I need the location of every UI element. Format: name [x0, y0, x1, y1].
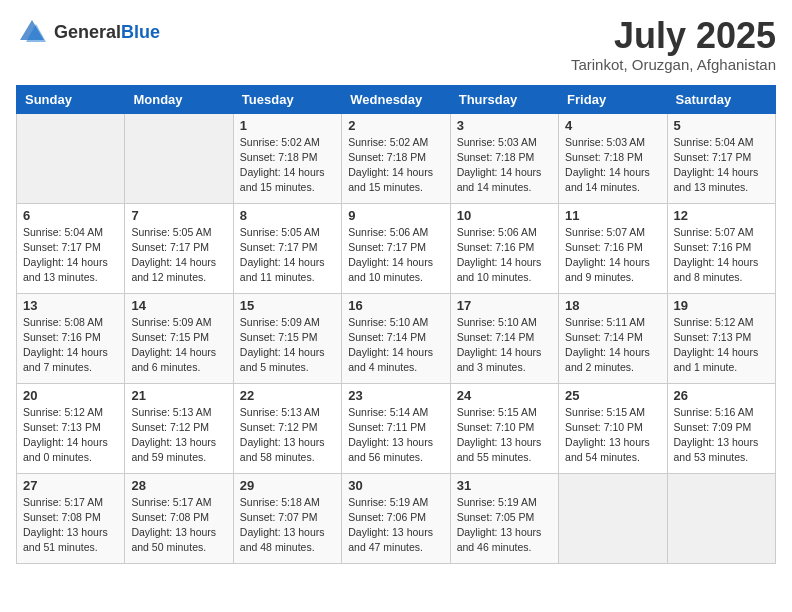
day-number: 26	[674, 388, 769, 403]
day-info: Sunrise: 5:16 AM Sunset: 7:09 PM Dayligh…	[674, 405, 769, 466]
day-info: Sunrise: 5:03 AM Sunset: 7:18 PM Dayligh…	[565, 135, 660, 196]
calendar-cell: 20Sunrise: 5:12 AM Sunset: 7:13 PM Dayli…	[17, 383, 125, 473]
day-info: Sunrise: 5:05 AM Sunset: 7:17 PM Dayligh…	[240, 225, 335, 286]
day-info: Sunrise: 5:04 AM Sunset: 7:17 PM Dayligh…	[674, 135, 769, 196]
logo-general: General	[54, 22, 121, 42]
day-info: Sunrise: 5:15 AM Sunset: 7:10 PM Dayligh…	[457, 405, 552, 466]
day-info: Sunrise: 5:02 AM Sunset: 7:18 PM Dayligh…	[240, 135, 335, 196]
day-info: Sunrise: 5:13 AM Sunset: 7:12 PM Dayligh…	[240, 405, 335, 466]
day-info: Sunrise: 5:02 AM Sunset: 7:18 PM Dayligh…	[348, 135, 443, 196]
calendar-cell: 22Sunrise: 5:13 AM Sunset: 7:12 PM Dayli…	[233, 383, 341, 473]
calendar-cell: 31Sunrise: 5:19 AM Sunset: 7:05 PM Dayli…	[450, 473, 558, 563]
day-info: Sunrise: 5:06 AM Sunset: 7:16 PM Dayligh…	[457, 225, 552, 286]
day-info: Sunrise: 5:07 AM Sunset: 7:16 PM Dayligh…	[565, 225, 660, 286]
day-info: Sunrise: 5:09 AM Sunset: 7:15 PM Dayligh…	[240, 315, 335, 376]
day-info: Sunrise: 5:07 AM Sunset: 7:16 PM Dayligh…	[674, 225, 769, 286]
calendar-cell: 28Sunrise: 5:17 AM Sunset: 7:08 PM Dayli…	[125, 473, 233, 563]
calendar-week-5: 27Sunrise: 5:17 AM Sunset: 7:08 PM Dayli…	[17, 473, 776, 563]
day-info: Sunrise: 5:08 AM Sunset: 7:16 PM Dayligh…	[23, 315, 118, 376]
day-info: Sunrise: 5:11 AM Sunset: 7:14 PM Dayligh…	[565, 315, 660, 376]
calendar-cell: 13Sunrise: 5:08 AM Sunset: 7:16 PM Dayli…	[17, 293, 125, 383]
day-number: 21	[131, 388, 226, 403]
day-info: Sunrise: 5:10 AM Sunset: 7:14 PM Dayligh…	[457, 315, 552, 376]
day-number: 4	[565, 118, 660, 133]
header-day-wednesday: Wednesday	[342, 85, 450, 113]
day-number: 14	[131, 298, 226, 313]
calendar-cell: 2Sunrise: 5:02 AM Sunset: 7:18 PM Daylig…	[342, 113, 450, 203]
calendar-cell: 14Sunrise: 5:09 AM Sunset: 7:15 PM Dayli…	[125, 293, 233, 383]
calendar-cell: 11Sunrise: 5:07 AM Sunset: 7:16 PM Dayli…	[559, 203, 667, 293]
calendar-cell	[559, 473, 667, 563]
day-number: 8	[240, 208, 335, 223]
calendar-cell: 27Sunrise: 5:17 AM Sunset: 7:08 PM Dayli…	[17, 473, 125, 563]
calendar-cell: 3Sunrise: 5:03 AM Sunset: 7:18 PM Daylig…	[450, 113, 558, 203]
calendar-week-4: 20Sunrise: 5:12 AM Sunset: 7:13 PM Dayli…	[17, 383, 776, 473]
calendar-cell: 21Sunrise: 5:13 AM Sunset: 7:12 PM Dayli…	[125, 383, 233, 473]
day-number: 31	[457, 478, 552, 493]
calendar-cell: 12Sunrise: 5:07 AM Sunset: 7:16 PM Dayli…	[667, 203, 775, 293]
month-title: July 2025	[571, 16, 776, 56]
calendar-cell	[667, 473, 775, 563]
day-number: 3	[457, 118, 552, 133]
day-info: Sunrise: 5:13 AM Sunset: 7:12 PM Dayligh…	[131, 405, 226, 466]
calendar-header-row: SundayMondayTuesdayWednesdayThursdayFrid…	[17, 85, 776, 113]
calendar-cell: 8Sunrise: 5:05 AM Sunset: 7:17 PM Daylig…	[233, 203, 341, 293]
calendar-cell: 16Sunrise: 5:10 AM Sunset: 7:14 PM Dayli…	[342, 293, 450, 383]
calendar-cell	[125, 113, 233, 203]
day-number: 23	[348, 388, 443, 403]
calendar-cell: 7Sunrise: 5:05 AM Sunset: 7:17 PM Daylig…	[125, 203, 233, 293]
calendar-cell: 18Sunrise: 5:11 AM Sunset: 7:14 PM Dayli…	[559, 293, 667, 383]
calendar-cell: 5Sunrise: 5:04 AM Sunset: 7:17 PM Daylig…	[667, 113, 775, 203]
calendar-cell: 15Sunrise: 5:09 AM Sunset: 7:15 PM Dayli…	[233, 293, 341, 383]
calendar-cell: 26Sunrise: 5:16 AM Sunset: 7:09 PM Dayli…	[667, 383, 775, 473]
day-number: 15	[240, 298, 335, 313]
calendar-cell: 4Sunrise: 5:03 AM Sunset: 7:18 PM Daylig…	[559, 113, 667, 203]
day-number: 13	[23, 298, 118, 313]
calendar-cell	[17, 113, 125, 203]
day-info: Sunrise: 5:03 AM Sunset: 7:18 PM Dayligh…	[457, 135, 552, 196]
title-block: July 2025 Tarinkot, Oruzgan, Afghanistan	[571, 16, 776, 73]
day-info: Sunrise: 5:17 AM Sunset: 7:08 PM Dayligh…	[23, 495, 118, 556]
day-info: Sunrise: 5:18 AM Sunset: 7:07 PM Dayligh…	[240, 495, 335, 556]
header-day-sunday: Sunday	[17, 85, 125, 113]
day-number: 22	[240, 388, 335, 403]
header-day-tuesday: Tuesday	[233, 85, 341, 113]
day-info: Sunrise: 5:05 AM Sunset: 7:17 PM Dayligh…	[131, 225, 226, 286]
calendar-cell: 10Sunrise: 5:06 AM Sunset: 7:16 PM Dayli…	[450, 203, 558, 293]
day-info: Sunrise: 5:12 AM Sunset: 7:13 PM Dayligh…	[674, 315, 769, 376]
day-info: Sunrise: 5:09 AM Sunset: 7:15 PM Dayligh…	[131, 315, 226, 376]
location: Tarinkot, Oruzgan, Afghanistan	[571, 56, 776, 73]
day-info: Sunrise: 5:17 AM Sunset: 7:08 PM Dayligh…	[131, 495, 226, 556]
calendar-cell: 19Sunrise: 5:12 AM Sunset: 7:13 PM Dayli…	[667, 293, 775, 383]
day-number: 27	[23, 478, 118, 493]
calendar-cell: 6Sunrise: 5:04 AM Sunset: 7:17 PM Daylig…	[17, 203, 125, 293]
day-number: 25	[565, 388, 660, 403]
day-info: Sunrise: 5:04 AM Sunset: 7:17 PM Dayligh…	[23, 225, 118, 286]
day-info: Sunrise: 5:14 AM Sunset: 7:11 PM Dayligh…	[348, 405, 443, 466]
day-info: Sunrise: 5:19 AM Sunset: 7:05 PM Dayligh…	[457, 495, 552, 556]
calendar-cell: 25Sunrise: 5:15 AM Sunset: 7:10 PM Dayli…	[559, 383, 667, 473]
header-day-thursday: Thursday	[450, 85, 558, 113]
header-day-friday: Friday	[559, 85, 667, 113]
day-number: 19	[674, 298, 769, 313]
header-day-saturday: Saturday	[667, 85, 775, 113]
day-number: 16	[348, 298, 443, 313]
day-number: 12	[674, 208, 769, 223]
day-number: 6	[23, 208, 118, 223]
day-number: 7	[131, 208, 226, 223]
calendar-week-2: 6Sunrise: 5:04 AM Sunset: 7:17 PM Daylig…	[17, 203, 776, 293]
day-number: 10	[457, 208, 552, 223]
day-number: 18	[565, 298, 660, 313]
day-number: 1	[240, 118, 335, 133]
day-number: 30	[348, 478, 443, 493]
day-number: 9	[348, 208, 443, 223]
calendar-week-1: 1Sunrise: 5:02 AM Sunset: 7:18 PM Daylig…	[17, 113, 776, 203]
header-day-monday: Monday	[125, 85, 233, 113]
calendar-week-3: 13Sunrise: 5:08 AM Sunset: 7:16 PM Dayli…	[17, 293, 776, 383]
page-header: GeneralBlue July 2025 Tarinkot, Oruzgan,…	[16, 16, 776, 73]
calendar-cell: 29Sunrise: 5:18 AM Sunset: 7:07 PM Dayli…	[233, 473, 341, 563]
calendar-cell: 24Sunrise: 5:15 AM Sunset: 7:10 PM Dayli…	[450, 383, 558, 473]
day-number: 29	[240, 478, 335, 493]
day-number: 2	[348, 118, 443, 133]
calendar-cell: 9Sunrise: 5:06 AM Sunset: 7:17 PM Daylig…	[342, 203, 450, 293]
